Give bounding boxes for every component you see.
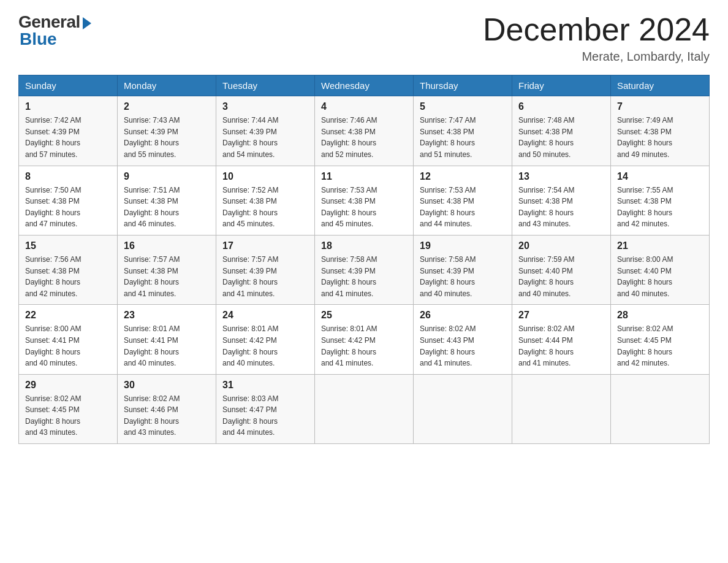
col-wednesday: Wednesday <box>315 75 414 96</box>
calendar-cell: 16Sunrise: 7:57 AMSunset: 4:38 PMDayligh… <box>118 235 216 304</box>
day-number: 20 <box>518 240 604 251</box>
day-info: Sunrise: 8:03 AMSunset: 4:47 PMDaylight:… <box>222 393 308 439</box>
calendar-cell: 7Sunrise: 7:49 AMSunset: 4:38 PMDaylight… <box>611 96 710 166</box>
page-header: General Blue December 2024 Merate, Lomba… <box>18 12 710 64</box>
day-info: Sunrise: 7:57 AMSunset: 4:39 PMDaylight:… <box>222 254 308 299</box>
col-tuesday: Tuesday <box>216 75 315 96</box>
calendar-cell: 6Sunrise: 7:48 AMSunset: 4:38 PMDaylight… <box>512 96 611 166</box>
day-info: Sunrise: 8:02 AMSunset: 4:45 PMDaylight:… <box>25 393 111 439</box>
day-number: 8 <box>25 171 111 182</box>
week-row-1: 1Sunrise: 7:42 AMSunset: 4:39 PMDaylight… <box>19 96 710 166</box>
calendar-cell: 4Sunrise: 7:46 AMSunset: 4:38 PMDaylight… <box>315 96 414 166</box>
day-number: 12 <box>420 171 506 182</box>
calendar-cell: 20Sunrise: 7:59 AMSunset: 4:40 PMDayligh… <box>512 235 611 304</box>
calendar-cell: 1Sunrise: 7:42 AMSunset: 4:39 PMDaylight… <box>19 96 118 166</box>
col-monday: Monday <box>118 75 216 96</box>
day-number: 3 <box>222 101 308 112</box>
calendar-cell <box>512 374 611 443</box>
day-info: Sunrise: 7:48 AMSunset: 4:38 PMDaylight:… <box>518 115 604 160</box>
day-number: 7 <box>617 101 703 112</box>
calendar-cell: 18Sunrise: 7:58 AMSunset: 4:39 PMDayligh… <box>315 235 414 304</box>
day-number: 10 <box>222 171 308 182</box>
day-info: Sunrise: 7:58 AMSunset: 4:39 PMDaylight:… <box>321 254 407 299</box>
day-number: 15 <box>25 240 111 251</box>
day-info: Sunrise: 7:42 AMSunset: 4:39 PMDaylight:… <box>25 115 111 160</box>
calendar-cell <box>611 374 710 443</box>
day-info: Sunrise: 8:01 AMSunset: 4:41 PMDaylight:… <box>124 323 210 369</box>
day-info: Sunrise: 8:01 AMSunset: 4:42 PMDaylight:… <box>321 323 407 369</box>
day-number: 24 <box>222 310 308 321</box>
day-number: 17 <box>222 240 308 251</box>
calendar-cell: 8Sunrise: 7:50 AMSunset: 4:38 PMDaylight… <box>19 166 118 235</box>
calendar-cell: 30Sunrise: 8:02 AMSunset: 4:46 PMDayligh… <box>118 374 216 443</box>
day-number: 2 <box>124 101 210 112</box>
calendar-cell: 14Sunrise: 7:55 AMSunset: 4:38 PMDayligh… <box>611 166 710 235</box>
day-info: Sunrise: 7:46 AMSunset: 4:38 PMDaylight:… <box>321 115 407 160</box>
col-saturday: Saturday <box>611 75 710 96</box>
calendar-cell: 13Sunrise: 7:54 AMSunset: 4:38 PMDayligh… <box>512 166 611 235</box>
day-info: Sunrise: 8:00 AMSunset: 4:40 PMDaylight:… <box>617 254 703 299</box>
day-number: 1 <box>25 101 111 112</box>
calendar-cell: 31Sunrise: 8:03 AMSunset: 4:47 PMDayligh… <box>216 374 315 443</box>
title-section: December 2024 Merate, Lombardy, Italy <box>483 12 710 64</box>
day-number: 13 <box>518 171 604 182</box>
day-info: Sunrise: 8:02 AMSunset: 4:44 PMDaylight:… <box>518 323 604 369</box>
logo-triangle-icon <box>83 17 91 29</box>
day-info: Sunrise: 7:49 AMSunset: 4:38 PMDaylight:… <box>617 115 703 160</box>
calendar-cell: 27Sunrise: 8:02 AMSunset: 4:44 PMDayligh… <box>512 305 611 374</box>
day-number: 6 <box>518 101 604 112</box>
day-info: Sunrise: 7:52 AMSunset: 4:38 PMDaylight:… <box>222 185 308 230</box>
day-info: Sunrise: 7:59 AMSunset: 4:40 PMDaylight:… <box>518 254 604 299</box>
calendar-cell: 22Sunrise: 8:00 AMSunset: 4:41 PMDayligh… <box>19 305 118 374</box>
day-number: 14 <box>617 171 703 182</box>
day-number: 5 <box>420 101 506 112</box>
day-number: 23 <box>124 310 210 321</box>
day-info: Sunrise: 7:53 AMSunset: 4:38 PMDaylight:… <box>420 185 506 230</box>
day-number: 25 <box>321 310 407 321</box>
col-friday: Friday <box>512 75 611 96</box>
calendar-cell: 10Sunrise: 7:52 AMSunset: 4:38 PMDayligh… <box>216 166 315 235</box>
day-number: 19 <box>420 240 506 251</box>
day-number: 4 <box>321 101 407 112</box>
calendar-cell: 5Sunrise: 7:47 AMSunset: 4:38 PMDaylight… <box>414 96 512 166</box>
calendar-cell <box>414 374 512 443</box>
week-row-3: 15Sunrise: 7:56 AMSunset: 4:38 PMDayligh… <box>19 235 710 304</box>
week-row-2: 8Sunrise: 7:50 AMSunset: 4:38 PMDaylight… <box>19 166 710 235</box>
day-number: 11 <box>321 171 407 182</box>
week-row-5: 29Sunrise: 8:02 AMSunset: 4:45 PMDayligh… <box>19 374 710 443</box>
calendar-cell: 28Sunrise: 8:02 AMSunset: 4:45 PMDayligh… <box>611 305 710 374</box>
day-number: 22 <box>25 310 111 321</box>
week-row-4: 22Sunrise: 8:00 AMSunset: 4:41 PMDayligh… <box>19 305 710 374</box>
calendar-cell: 23Sunrise: 8:01 AMSunset: 4:41 PMDayligh… <box>118 305 216 374</box>
day-info: Sunrise: 8:02 AMSunset: 4:43 PMDaylight:… <box>420 323 506 369</box>
calendar-header-row: Sunday Monday Tuesday Wednesday Thursday… <box>19 75 710 96</box>
location-text: Merate, Lombardy, Italy <box>483 50 710 64</box>
calendar-cell: 19Sunrise: 7:58 AMSunset: 4:39 PMDayligh… <box>414 235 512 304</box>
day-info: Sunrise: 7:55 AMSunset: 4:38 PMDaylight:… <box>617 185 703 230</box>
day-number: 26 <box>420 310 506 321</box>
day-number: 30 <box>124 380 210 391</box>
calendar-cell: 17Sunrise: 7:57 AMSunset: 4:39 PMDayligh… <box>216 235 315 304</box>
calendar-cell: 2Sunrise: 7:43 AMSunset: 4:39 PMDaylight… <box>118 96 216 166</box>
day-number: 9 <box>124 171 210 182</box>
day-info: Sunrise: 7:50 AMSunset: 4:38 PMDaylight:… <box>25 185 111 230</box>
calendar-cell: 9Sunrise: 7:51 AMSunset: 4:38 PMDaylight… <box>118 166 216 235</box>
day-info: Sunrise: 7:47 AMSunset: 4:38 PMDaylight:… <box>420 115 506 160</box>
day-info: Sunrise: 8:00 AMSunset: 4:41 PMDaylight:… <box>25 323 111 369</box>
calendar-cell: 11Sunrise: 7:53 AMSunset: 4:38 PMDayligh… <box>315 166 414 235</box>
day-info: Sunrise: 7:56 AMSunset: 4:38 PMDaylight:… <box>25 254 111 299</box>
day-info: Sunrise: 8:01 AMSunset: 4:42 PMDaylight:… <box>222 323 308 369</box>
day-number: 21 <box>617 240 703 251</box>
calendar-cell: 29Sunrise: 8:02 AMSunset: 4:45 PMDayligh… <box>19 374 118 443</box>
day-info: Sunrise: 7:57 AMSunset: 4:38 PMDaylight:… <box>124 254 210 299</box>
calendar-table: Sunday Monday Tuesday Wednesday Thursday… <box>18 75 710 444</box>
day-info: Sunrise: 7:53 AMSunset: 4:38 PMDaylight:… <box>321 185 407 230</box>
calendar-cell: 15Sunrise: 7:56 AMSunset: 4:38 PMDayligh… <box>19 235 118 304</box>
calendar-cell: 25Sunrise: 8:01 AMSunset: 4:42 PMDayligh… <box>315 305 414 374</box>
day-number: 27 <box>518 310 604 321</box>
calendar-cell: 24Sunrise: 8:01 AMSunset: 4:42 PMDayligh… <box>216 305 315 374</box>
month-title: December 2024 <box>483 12 710 47</box>
logo: General Blue <box>18 12 91 49</box>
calendar-cell: 21Sunrise: 8:00 AMSunset: 4:40 PMDayligh… <box>611 235 710 304</box>
calendar-cell <box>315 374 414 443</box>
